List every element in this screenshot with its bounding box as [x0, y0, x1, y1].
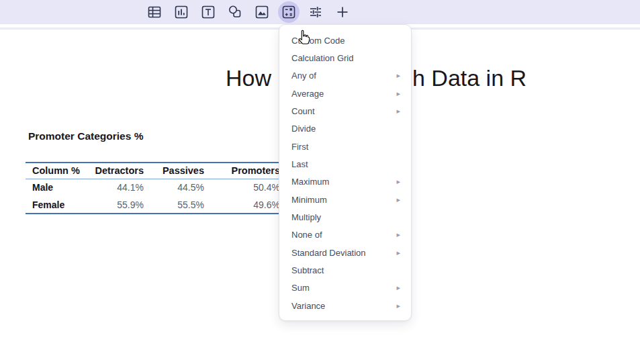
chart-icon[interactable]	[173, 4, 189, 20]
submenu-arrow-icon: ▸	[396, 302, 400, 310]
toolbar	[0, 0, 640, 24]
menu-item-multiply[interactable]: Multiply	[279, 208, 411, 226]
page-title-fragment-left: How	[226, 64, 271, 91]
row-label: Male	[26, 179, 81, 196]
menu-item-minimum[interactable]: Minimum▸	[279, 191, 411, 208]
menu-item-maximum[interactable]: Maximum▸	[279, 173, 411, 191]
submenu-arrow-icon: ▸	[396, 90, 400, 97]
table-row: Male 44.1% 44.5% 50.4%	[26, 179, 281, 196]
table-cell: 44.5%	[145, 179, 205, 196]
column-header: Promoters	[205, 163, 281, 179]
menu-item-divide[interactable]: Divide	[279, 120, 411, 138]
table-cell: 50.4%	[205, 179, 281, 196]
submenu-arrow-icon: ▸	[396, 249, 400, 257]
menu-item-none-of[interactable]: None of▸	[279, 226, 411, 244]
submenu-arrow-icon: ▸	[396, 72, 400, 79]
calculation-dropdown-menu: Custom Code Calculation Grid Any of▸ Ave…	[279, 24, 412, 321]
menu-item-subtract[interactable]: Subtract	[279, 261, 411, 279]
column-header: Detractors	[81, 163, 145, 179]
table-cell: 49.6%	[205, 196, 281, 214]
toolbar-icon-group	[0, 4, 351, 20]
submenu-arrow-icon: ▸	[396, 196, 400, 203]
column-header: Column %	[26, 163, 81, 179]
submenu-arrow-icon: ▸	[396, 107, 400, 115]
table-row: Female 55.9% 55.5% 49.6%	[26, 196, 281, 214]
filters-icon[interactable]	[308, 4, 324, 20]
table-cell: 44.1%	[81, 179, 145, 196]
menu-item-calculation-grid[interactable]: Calculation Grid	[279, 49, 411, 66]
row-label: Female	[26, 196, 81, 214]
app-window: How h Data in R Promoter Categories % Co…	[0, 0, 640, 364]
calculation-icon[interactable]	[281, 4, 297, 20]
image-icon[interactable]	[254, 4, 270, 20]
table-title: Promoter Categories %	[28, 130, 143, 142]
column-header: Passives	[145, 163, 205, 179]
menu-item-last[interactable]: Last	[279, 155, 411, 173]
shapes-icon[interactable]	[227, 4, 243, 20]
table-header-row: Column % Detractors Passives Promoters	[26, 163, 281, 179]
menu-item-count[interactable]: Count▸	[279, 102, 411, 120]
table-cell: 55.9%	[81, 196, 145, 214]
table-icon[interactable]	[146, 4, 163, 20]
table-cell: 55.5%	[145, 196, 205, 214]
menu-item-average[interactable]: Average▸	[279, 85, 411, 102]
add-icon[interactable]	[334, 4, 351, 20]
menu-item-variance[interactable]: Variance▸	[279, 297, 411, 314]
page-title-fragment-right: h Data in R	[412, 64, 527, 91]
menu-item-first[interactable]: First	[279, 138, 411, 155]
text-icon[interactable]	[200, 4, 216, 20]
menu-item-standard-deviation[interactable]: Standard Deviation▸	[279, 244, 411, 261]
menu-item-sum[interactable]: Sum▸	[279, 279, 411, 297]
cursor-pointer-icon	[296, 29, 311, 50]
submenu-arrow-icon: ▸	[396, 284, 400, 291]
submenu-arrow-icon: ▸	[396, 231, 400, 238]
submenu-arrow-icon: ▸	[396, 178, 400, 185]
menu-item-any-of[interactable]: Any of▸	[279, 67, 411, 85]
promoter-categories-table[interactable]: Column % Detractors Passives Promoters M…	[26, 162, 281, 214]
